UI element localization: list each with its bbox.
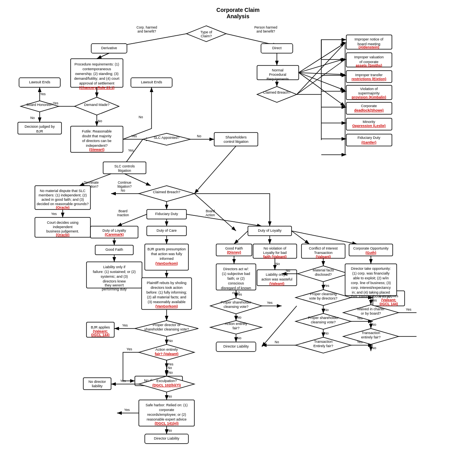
svg-text:shareholder cleansing vote?: shareholder cleansing vote? — [144, 327, 189, 331]
svg-text:reasonable expert advice: reasonable expert advice — [147, 417, 187, 421]
svg-text:Derivative: Derivative — [101, 46, 117, 50]
svg-text:they weren't: they weren't — [105, 283, 124, 287]
duty-of-loyalty-right-node: Duty of Loyalty — [248, 226, 292, 236]
svg-text:faith (Valeant): faith (Valeant) — [263, 255, 286, 259]
svg-text:SLC controls: SLC controls — [114, 164, 135, 168]
no-claimed-breach: No — [121, 188, 125, 192]
svg-text:(Disney): (Disney) — [227, 250, 241, 254]
svg-text:Corporate Opportunity: Corporate Opportunity — [353, 246, 389, 250]
decision-bjr-node: Decision judged by BJR — [18, 122, 61, 134]
svg-text:before: (1) fully informing;: before: (1) fully informing; — [146, 290, 187, 294]
svg-text:directors knew: directors knew — [103, 279, 126, 283]
corp-harmed-label: Corp. harmed — [136, 25, 157, 29]
yes-proper-director: Yes — [122, 323, 128, 327]
svg-text:that action was fully: that action was fully — [151, 252, 182, 256]
svg-text:corporate: corporate — [159, 408, 174, 412]
no-director-liability-2-node: No director liability — [83, 378, 111, 390]
yes-label-board: Yes — [40, 92, 46, 96]
corporate-deadlock-node: Corporate deadlock(Showe) — [346, 102, 392, 114]
svg-text:corp. line of business; (3): corp. line of business; (3) — [351, 281, 391, 285]
no-proper-sh-conflict: No — [324, 331, 329, 335]
svg-text:Loyalty for bad: Loyalty for bad — [263, 251, 286, 255]
lawsuit-ends-left-node: Lawsuit Ends — [19, 78, 60, 87]
no-action-fair-right: No — [237, 336, 242, 340]
svg-text:(Valeant;: (Valeant; — [381, 298, 396, 302]
svg-text:Duty of Loyalty: Duty of Loyalty — [102, 229, 126, 232]
board-inaction-label2: Inaction — [117, 213, 129, 217]
claimed-breach-direct-node: Claimed Breach? — [257, 86, 297, 102]
svg-text:Director take opportunity:: Director take opportunity: — [351, 267, 391, 271]
svg-text:(Oracle): (Oracle) — [56, 206, 69, 209]
liability-failure-node: Liability only if failure: (1) sustained… — [86, 262, 142, 291]
svg-text:Liability only if: Liability only if — [266, 273, 288, 277]
fiduciary-duty-center-node: Fiduciary Duty — [147, 209, 186, 219]
court-decides-node: Court decides using independent business… — [35, 217, 90, 237]
derivative-node: Derivative — [91, 44, 127, 53]
svg-text:Director Liability: Director Liability — [223, 344, 249, 348]
yes-oracle: Yes — [51, 212, 57, 216]
svg-text:directors took action: directors took action — [151, 286, 183, 290]
svg-text:(VanGorkom): (VanGorkom) — [155, 261, 178, 265]
svg-text:Procedure requirements: (1): Procedure requirements: (1) — [75, 62, 119, 66]
no-violation-loyalty-node: No violation of Loyalty for bad faith (V… — [253, 244, 297, 259]
svg-line-26 — [299, 73, 345, 75]
svg-line-272 — [97, 53, 109, 59]
svg-text:Safe harbor: Relied on: (1): Safe harbor: Relied on: (1) — [146, 403, 188, 407]
svg-line-274 — [194, 194, 236, 231]
svg-text:(3) reasonably available: (3) reasonably available — [148, 300, 186, 304]
svg-text:Lawsuit Ends: Lawsuit Ends — [29, 80, 50, 84]
svg-text:deadlock(Showe): deadlock(Showe) — [354, 108, 384, 112]
slc-controls-node: SLC controls litigation — [103, 162, 146, 174]
svg-text:(2) all material facts; and: (2) all material facts; and — [147, 295, 186, 299]
good-faith-left-node: Good Faith — [95, 245, 133, 255]
no-label-demand: No — [98, 119, 102, 123]
yes-material-facts: Yes — [324, 284, 329, 288]
svg-text:No violation of: No violation of — [263, 246, 286, 250]
no-material-facts: No — [286, 269, 290, 273]
no-proper-cleansing-dir: No — [324, 308, 329, 312]
no-waived: No — [372, 323, 376, 327]
svg-text:failure: (1) sustained; or (2): failure: (1) sustained; or (2) — [93, 270, 136, 274]
svg-text:(Stewart): (Stewart) — [89, 148, 105, 152]
svg-text:Demand Made?: Demand Made? — [84, 103, 109, 107]
proper-director-vote-node: Proper director or shareholder cleansing… — [135, 321, 198, 336]
svg-text:Proper cleansing: Proper cleansing — [310, 292, 337, 296]
yes-action-fair-2: Yes — [127, 347, 132, 351]
proper-sh-cleansing-center-node: Proper shareholder cleansing vote? — [210, 298, 262, 314]
svg-text:action was wasteful: action was wasteful — [261, 277, 292, 281]
svg-text:Claimed Breach?: Claimed Breach? — [153, 190, 180, 194]
bjr-applies-center-node: BJR applies (Valeant; DGCL 144) — [86, 322, 114, 337]
action-fair-right-node: Action entirely fair? — [210, 321, 262, 334]
svg-text:cleansing vote?: cleansing vote? — [224, 305, 249, 309]
yes-directors-act: Yes — [236, 292, 242, 296]
svg-text:Requirements: Requirements — [267, 77, 289, 81]
director-liability-bottom-node: Director Liability — [145, 434, 188, 444]
slc-appointed-node: SLC Appointed? — [143, 133, 190, 145]
svg-text:Direct: Direct — [272, 46, 282, 50]
no-no-violation: No — [276, 262, 280, 266]
svg-text:(DGCL 102(b)(7)): (DGCL 102(b)(7)) — [152, 383, 180, 387]
svg-text:Material facts: Material facts — [313, 268, 334, 272]
svg-text:Conflict of Interest: Conflict of Interest — [309, 246, 338, 250]
plaintiff-rebuts-node: Plaintiff rebuts by sholing directors to… — [142, 278, 192, 309]
svg-text:Waived in charter: Waived in charter — [357, 307, 385, 311]
bjr-grants-node: BJR grants presumption that action was f… — [145, 244, 188, 270]
director-liability-right-node: Director Liability — [216, 342, 256, 352]
svg-text:liability: liability — [92, 384, 103, 388]
continue-label: Continue — [118, 181, 131, 184]
svg-text:fair? (Valeant): fair? (Valeant) — [155, 352, 178, 356]
no-label-board: No — [31, 116, 35, 120]
material-facts-node: Material facts disclosed? — [298, 266, 349, 282]
svg-text:Director Liability: Director Liability — [154, 436, 180, 440]
svg-text:Futile: Reasonable: Futile: Reasonable — [82, 129, 111, 133]
svg-text:Action entirely: Action entirely — [155, 348, 178, 352]
svg-text:Liability only if: Liability only if — [103, 265, 126, 269]
svg-text:disclosed?: disclosed? — [315, 273, 332, 277]
svg-line-189 — [292, 231, 357, 244]
svg-text:Minority: Minority — [363, 120, 375, 124]
svg-text:able to exploit; (2) w/in: able to exploit; (2) w/in — [353, 276, 389, 280]
svg-text:Procedural: Procedural — [269, 73, 286, 77]
svg-text:BJR applies: BJR applies — [91, 325, 110, 329]
claimed-breach-center-node: Claimed Breach? — [139, 186, 194, 202]
yes-proper-sh: Yes — [267, 301, 273, 305]
